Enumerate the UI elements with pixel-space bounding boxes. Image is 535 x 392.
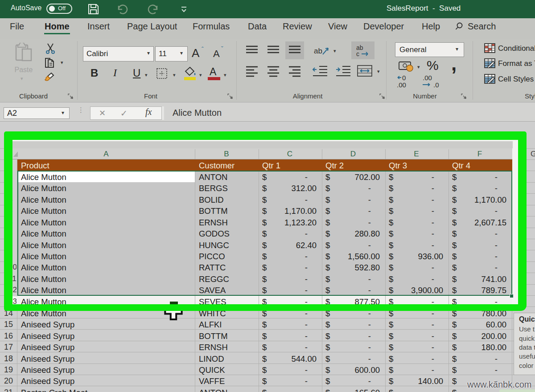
svg-text:.00: .00 [423, 74, 432, 82]
svg-text:.00: .00 [397, 81, 406, 88]
svg-text:.0: .0 [433, 81, 439, 88]
svg-text:c: c [356, 50, 359, 57]
svg-text:0: 0 [402, 74, 406, 82]
svg-text:ab: ab [314, 47, 322, 55]
